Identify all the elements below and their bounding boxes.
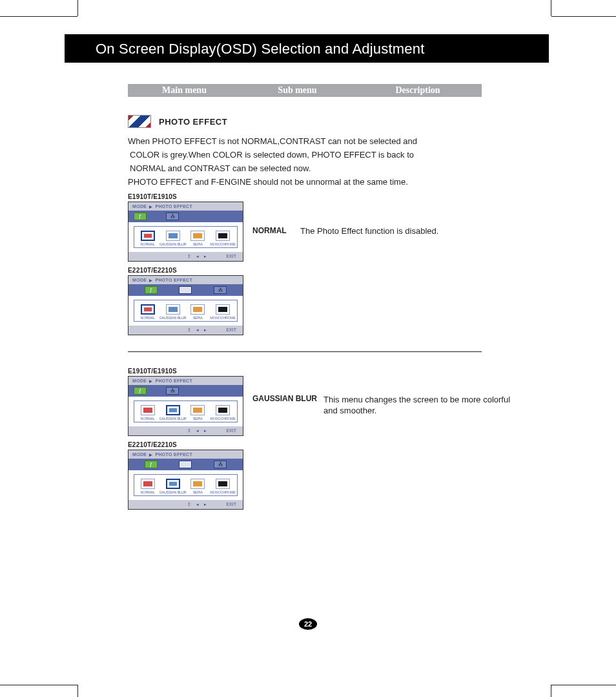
chevron-right-icon: ▶ xyxy=(149,452,152,457)
fengine-tab-icon: ƒ xyxy=(145,461,158,468)
osd-screenshot: MODE ▶ PHOTO EFFECT ƒ ⁂ NORMAL GAUSSIAN … xyxy=(128,376,243,436)
chevron-right-icon: ▶ xyxy=(149,379,152,383)
exit-label: EXIT xyxy=(226,428,236,433)
submenu-name: NORMAL xyxy=(252,226,294,237)
body-text: COLOR is grey.When COLOR is selected dow… xyxy=(128,149,489,160)
model-label: E2210T/E2210S xyxy=(128,441,549,448)
crop-mark xyxy=(551,685,551,697)
osd-mode-label: MODE xyxy=(132,379,147,383)
column-header-bar: Main menu Sub menu Description xyxy=(128,84,482,97)
option-label: GAUSSIAN BLUR xyxy=(159,316,186,320)
option-label: GAUSSIAN BLUR xyxy=(159,490,186,494)
middle-tab-icon xyxy=(179,286,192,294)
crop-mark xyxy=(551,16,616,17)
option-label: MONOCHROME xyxy=(210,490,236,494)
up-icon: ↥ xyxy=(187,254,191,259)
right-icon: ▸ xyxy=(204,328,207,333)
description-text: The Photo Effect function is disabled. xyxy=(300,226,438,237)
left-icon: ◂ xyxy=(196,428,199,433)
monochrome-option-icon xyxy=(216,479,230,489)
osd-mode-label: MODE xyxy=(132,204,147,209)
option-label: SEPIA xyxy=(193,316,203,320)
fengine-tab-icon: ƒ xyxy=(134,387,147,395)
flag-icon xyxy=(128,115,151,128)
option-label: NORMAL xyxy=(141,242,155,246)
model-label: E2210T/E2210S xyxy=(128,267,549,274)
submenu-name: GAUSSIAN BLUR xyxy=(252,395,317,417)
chevron-right-icon: ▶ xyxy=(149,204,152,209)
osd-mode-label: MODE xyxy=(132,278,147,282)
model-label: E1910T/E1910S xyxy=(128,368,549,375)
normal-option-icon xyxy=(141,304,155,315)
right-icon: ▸ xyxy=(204,254,207,259)
monochrome-option-icon xyxy=(216,405,230,415)
chevron-right-icon: ▶ xyxy=(149,278,152,282)
option-label: MONOCHROME xyxy=(210,316,236,320)
gaussian-blur-option-icon xyxy=(166,405,180,415)
sepia-option-icon xyxy=(190,405,205,415)
page-number: 22 xyxy=(299,618,317,630)
right-icon: ▸ xyxy=(204,428,207,433)
fengine-tab-icon: ƒ xyxy=(134,213,147,220)
middle-tab-icon xyxy=(179,461,192,468)
sepia-option-icon xyxy=(190,231,205,241)
fengine-tab-icon: ƒ xyxy=(145,286,158,294)
exit-label: EXIT xyxy=(226,328,236,332)
body-text: When PHOTO EFFECT is not NORMAL,CONTRAST… xyxy=(128,136,489,147)
osd-title: PHOTO EFFECT xyxy=(156,379,193,383)
left-icon: ◂ xyxy=(196,328,199,333)
model-label: E1910T/E1910S xyxy=(128,193,549,200)
option-label: MONOCHROME xyxy=(210,242,236,246)
osd-title: PHOTO EFFECT xyxy=(156,204,193,209)
option-label: NORMAL xyxy=(141,417,155,421)
monochrome-option-icon xyxy=(216,231,230,241)
photo-effect-tab-icon: ⁂ xyxy=(166,387,179,395)
crop-mark xyxy=(77,685,78,697)
right-icon: ▸ xyxy=(204,502,207,507)
monochrome-option-icon xyxy=(216,304,230,315)
left-icon: ◂ xyxy=(196,502,199,507)
option-label: MONOCHROME xyxy=(210,417,236,421)
section-title: PHOTO EFFECT xyxy=(159,117,227,127)
osd-screenshot: MODE ▶ PHOTO EFFECT ƒ ⁂ NORMAL GAUSSIAN … xyxy=(128,450,243,510)
option-label: NORMAL xyxy=(141,316,155,320)
crop-mark xyxy=(0,685,77,685)
gaussian-blur-option-icon xyxy=(166,479,180,489)
osd-title: PHOTO EFFECT xyxy=(156,452,193,457)
osd-mode-label: MODE xyxy=(132,452,147,457)
gaussian-blur-option-icon xyxy=(166,304,180,315)
osd-screenshot: MODE ▶ PHOTO EFFECT ƒ ⁂ NORMAL GAUSSIAN … xyxy=(128,202,243,262)
normal-option-icon xyxy=(141,479,155,489)
photo-effect-tab-icon: ⁂ xyxy=(214,461,227,468)
description-text: This menu changes the screen to be more … xyxy=(323,395,517,417)
option-label: GAUSSIAN BLUR xyxy=(159,242,186,246)
up-icon: ↥ xyxy=(187,502,191,507)
crop-mark xyxy=(0,16,77,17)
option-label: SEPIA xyxy=(193,417,203,421)
sepia-option-icon xyxy=(190,479,205,489)
page-title-banner: On Screen Display(OSD) Selection and Adj… xyxy=(65,34,549,63)
crop-mark xyxy=(551,0,551,16)
option-label: SEPIA xyxy=(193,490,203,494)
left-icon: ◂ xyxy=(196,254,199,259)
normal-option-icon xyxy=(141,231,155,241)
col-sub-menu: Sub menu xyxy=(241,85,354,96)
option-label: SEPIA xyxy=(193,242,203,246)
page-body: On Screen Display(OSD) Selection and Adj… xyxy=(65,34,549,510)
body-text: NORMAL and CONTRAST can be selected now. xyxy=(128,163,489,174)
col-main-menu: Main menu xyxy=(128,85,241,96)
osd-screenshot: MODE ▶ PHOTO EFFECT ƒ ⁂ NORMAL GAUSSIAN … xyxy=(128,275,243,335)
col-description: Description xyxy=(354,85,482,96)
option-label: GAUSSIAN BLUR xyxy=(159,417,186,421)
crop-mark xyxy=(77,0,78,16)
crop-mark xyxy=(551,685,616,685)
option-label: NORMAL xyxy=(141,490,155,494)
sepia-option-icon xyxy=(190,304,205,315)
up-icon: ↥ xyxy=(187,328,191,333)
page-number-value: 22 xyxy=(299,618,317,630)
photo-effect-tab-icon: ⁂ xyxy=(214,286,227,294)
photo-effect-section: PHOTO EFFECT When PHOTO EFFECT is not NO… xyxy=(128,115,549,335)
section-divider xyxy=(128,351,482,352)
exit-label: EXIT xyxy=(226,502,236,506)
up-icon: ↥ xyxy=(187,428,191,433)
